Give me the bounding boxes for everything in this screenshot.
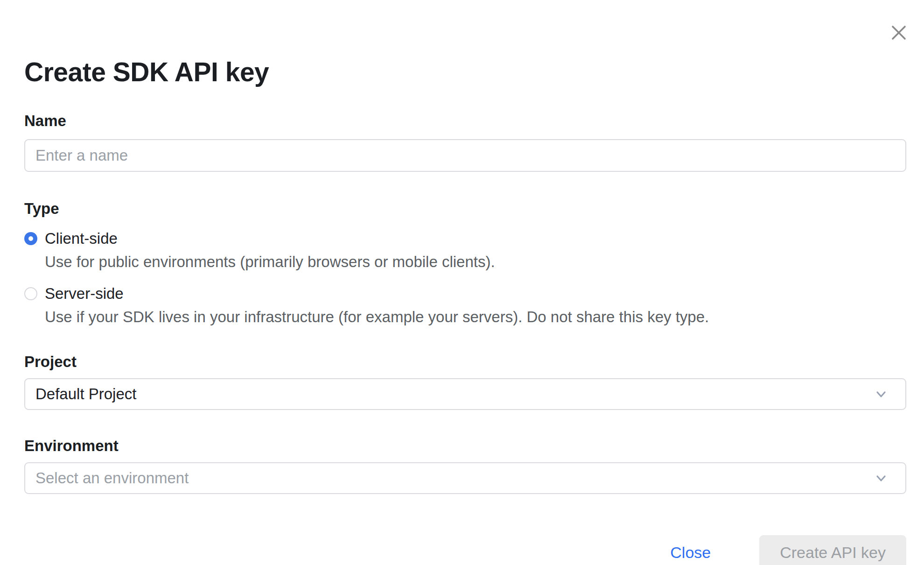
radio-option-label: Client-side (45, 228, 118, 249)
name-input[interactable] (24, 139, 906, 172)
project-select[interactable]: Default Project (24, 378, 906, 410)
create-api-key-button[interactable]: Create API key (759, 535, 906, 565)
radio-selected-icon (24, 232, 37, 245)
environment-label: Environment (24, 437, 906, 455)
project-select-value: Default Project (35, 385, 136, 403)
radio-option-server-side[interactable]: Server-side (24, 283, 906, 304)
close-button[interactable]: Close (670, 544, 711, 562)
type-label: Type (24, 200, 906, 218)
name-field-group: Name (24, 112, 906, 172)
type-field-group: Type Client-side Use for public environm… (24, 200, 906, 328)
chevron-down-icon (874, 387, 889, 402)
project-label: Project (24, 353, 906, 371)
x-icon (889, 23, 909, 42)
environment-field-group: Environment Select an environment (24, 437, 906, 494)
modal-title: Create SDK API key (24, 57, 906, 87)
name-label: Name (24, 112, 906, 130)
environment-select-placeholder: Select an environment (35, 469, 189, 487)
project-field-group: Project Default Project (24, 353, 906, 410)
radio-option-description: Use for public environments (primarily b… (45, 251, 906, 273)
radio-option-client-side[interactable]: Client-side (24, 228, 906, 249)
close-icon[interactable] (888, 21, 910, 44)
radio-option-description: Use if your SDK lives in your infrastruc… (45, 306, 906, 328)
modal-footer: Close Create API key (24, 535, 906, 565)
radio-option-label: Server-side (45, 283, 124, 304)
environment-select[interactable]: Select an environment (24, 462, 906, 494)
radio-unselected-icon (24, 287, 37, 300)
create-sdk-api-key-modal: Create SDK API key Name Type Client-side… (0, 0, 924, 565)
chevron-down-icon (874, 471, 889, 486)
